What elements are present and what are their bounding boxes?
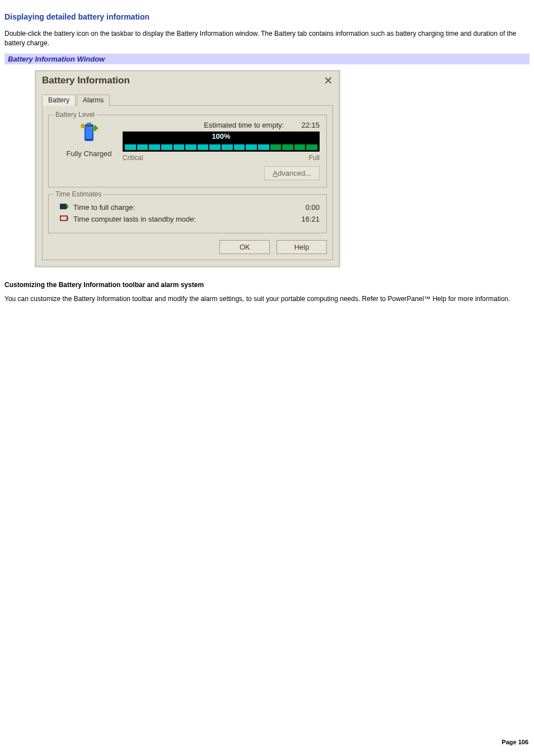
- figure-caption: Battery Information Window: [4, 54, 530, 64]
- time-full-charge-label: Time to full charge:: [73, 203, 286, 212]
- svg-rect-5: [92, 127, 98, 129]
- dialog-button-row: OK Help: [48, 240, 327, 254]
- tab-battery[interactable]: Battery: [42, 95, 76, 106]
- battery-icon-block: Fully Charged: [55, 121, 123, 158]
- battery-icon: [77, 121, 101, 145]
- svg-rect-1: [86, 126, 92, 139]
- document-page: Displaying detailed battery information …: [0, 0, 534, 750]
- svg-rect-7: [67, 205, 68, 208]
- section-heading: Displaying detailed battery information: [4, 12, 530, 21]
- battery-level-legend: Battery Level: [53, 111, 97, 119]
- dialog-titlebar: Battery Information ✕: [36, 72, 339, 90]
- est-empty-value: 22:15: [286, 121, 320, 129]
- page-number: Page 106: [502, 739, 528, 745]
- time-standby-label: Time computer lasts in standby mode:: [73, 215, 286, 223]
- bar-full-label: Full: [309, 154, 320, 162]
- battery-info-dialog: Battery Information ✕ Battery Alarms Bat…: [35, 70, 340, 267]
- time-estimates-legend: Time Estimates: [53, 190, 104, 198]
- level-bar: 100%: [123, 132, 320, 152]
- time-standby-value: 16:21: [286, 215, 320, 223]
- plug-icon: [59, 203, 70, 212]
- svg-rect-9: [67, 217, 68, 219]
- subsection-heading: Customizing the Battery Information tool…: [4, 281, 530, 289]
- level-percent: 100%: [123, 132, 320, 140]
- help-button[interactable]: Help: [277, 240, 327, 254]
- close-icon[interactable]: ✕: [324, 75, 333, 86]
- ok-button[interactable]: OK: [219, 240, 270, 254]
- dialog-title: Battery Information: [42, 75, 130, 86]
- tab-row: Battery Alarms: [42, 94, 333, 106]
- subsection-text: You can customize the Battery Informatio…: [4, 294, 530, 304]
- intro-text: Double-click the battery icon on the tas…: [4, 29, 530, 48]
- tab-alarms[interactable]: Alarms: [77, 95, 110, 106]
- svg-rect-2: [87, 123, 91, 125]
- battery-level-group: Battery Level Fully Charged: [48, 115, 327, 187]
- dialog-body: Battery Level Fully Charged: [42, 106, 333, 260]
- time-estimates-group: Time Estimates Time to full charge: 0:00…: [48, 194, 327, 233]
- battery-small-icon: [59, 214, 70, 224]
- time-full-charge-value: 0:00: [286, 203, 320, 212]
- svg-point-3: [81, 124, 85, 128]
- bar-critical-label: Critical: [123, 154, 143, 162]
- advanced-button[interactable]: Advanced...: [264, 166, 320, 180]
- battery-status-text: Fully Charged: [55, 149, 123, 158]
- svg-rect-6: [60, 204, 67, 209]
- svg-rect-8: [60, 216, 67, 220]
- est-empty-label: Estimated time to empty:: [204, 121, 284, 129]
